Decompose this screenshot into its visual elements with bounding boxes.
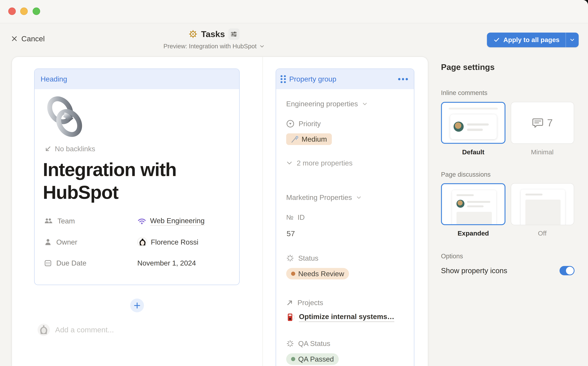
qa-status-value-tag[interactable]: QA Passed	[286, 353, 339, 365]
inline-comments-option-minimal[interactable]: 7	[511, 102, 574, 144]
owner-avatar	[137, 237, 147, 247]
due-date-value: November 1, 2024	[137, 259, 196, 267]
options-label: Options	[441, 252, 463, 260]
owner-value: Florence Rossi	[151, 238, 198, 246]
status-value-tag[interactable]: Needs Review	[286, 268, 349, 280]
commenter-avatar	[38, 324, 50, 336]
projects-property-row: Projects	[286, 298, 323, 307]
avatar	[454, 122, 464, 132]
page-title: Integration with HubSpot	[43, 158, 219, 204]
discussions-expanded-label: Expanded	[441, 229, 505, 237]
discussions-off-label: Off	[510, 229, 574, 237]
close-window-button[interactable]	[8, 8, 16, 15]
due-date-label: Due Date	[56, 259, 86, 267]
block-menu-button[interactable]	[398, 69, 408, 89]
status-spinner-icon	[286, 254, 294, 262]
avatar	[456, 200, 464, 207]
priority-label: Priority	[298, 120, 321, 128]
property-group-header[interactable]: Property group	[276, 69, 414, 89]
numero-icon: №	[286, 214, 293, 221]
priority-property-row: Priority	[286, 120, 321, 128]
owner-label: Owner	[56, 238, 77, 246]
chevron-down-icon	[362, 101, 368, 107]
priority-value-tag[interactable]: Medium	[286, 133, 332, 145]
chevron-down-icon	[356, 195, 362, 200]
priority-select-icon	[286, 120, 294, 128]
heading-block-label: Heading	[40, 75, 67, 83]
status-value: Needs Review	[298, 270, 344, 278]
qa-status-label: QA Status	[298, 339, 330, 348]
owner-value-person[interactable]: Florence Rossi	[137, 237, 198, 247]
engineering-section-toggle[interactable]: Engineering properties	[286, 100, 368, 108]
backlinks-label: No backlinks	[55, 145, 95, 153]
doc-title: Tasks	[201, 29, 225, 39]
status-property-row: Status	[286, 254, 318, 262]
id-label: ID	[298, 213, 305, 221]
more-properties-toggle[interactable]: 2 more properties	[286, 159, 353, 167]
backlinks-indicator[interactable]: No backlinks	[44, 145, 95, 153]
arrow-down-left-icon	[44, 145, 52, 152]
team-icon	[44, 218, 53, 224]
show-property-icons-row: Show property icons	[441, 266, 574, 275]
page-icon-chain-links	[44, 95, 86, 137]
status-dot	[291, 272, 295, 276]
add-comment-placeholder: Add a comment...	[55, 326, 114, 334]
preview-selector[interactable]: Preview: Integration with HubSpot	[0, 43, 428, 50]
inline-default-label: Default	[441, 148, 505, 156]
id-property-row: № ID	[286, 213, 305, 221]
property-group-label: Property group	[289, 75, 337, 83]
fuel-pump-icon	[287, 313, 295, 322]
person-icon	[44, 238, 52, 246]
minimize-window-button[interactable]	[20, 8, 28, 15]
team-value: Web Engineering	[150, 217, 204, 225]
drag-handle-icon[interactable]	[281, 75, 286, 83]
qa-status-value: QA Passed	[298, 355, 334, 363]
add-comment-row[interactable]: Add a comment...	[38, 324, 114, 336]
inline-comments-label: Inline comments	[441, 89, 487, 97]
arrow-up-right-icon	[286, 299, 293, 306]
preview-label: Preview: Integration with HubSpot	[163, 43, 257, 50]
window: Cancel Tasks Pre	[0, 0, 588, 366]
qa-status-dot	[291, 357, 295, 361]
project-link[interactable]: Optimize internal systems…	[287, 313, 394, 322]
page-settings-panel: Page settings Inline comments Default 7 …	[441, 0, 574, 366]
page-settings-title: Page settings	[441, 62, 494, 72]
priority-value: Medium	[301, 135, 327, 143]
id-value: 57	[287, 229, 295, 238]
qa-status-property-row: QA Status	[286, 339, 330, 348]
property-group-block[interactable]: Property group Engineering properties Pr…	[276, 69, 414, 366]
ship-wheel-icon	[188, 29, 198, 39]
page-preview-panel: Heading No	[12, 57, 428, 366]
chevron-down-icon	[286, 160, 293, 166]
projects-label: Projects	[298, 298, 323, 307]
calendar-icon	[44, 259, 52, 267]
team-property-row: Team Web Engineering	[44, 215, 205, 227]
team-value-link[interactable]: Web Engineering	[137, 217, 204, 225]
page-discussions-label: Page discussions	[441, 171, 491, 178]
inline-minimal-label: Minimal	[510, 148, 574, 156]
zoom-window-button[interactable]	[33, 8, 40, 15]
add-block-button[interactable]	[130, 298, 144, 313]
heading-block[interactable]: Heading No	[34, 69, 240, 285]
status-label: Status	[298, 254, 318, 262]
due-date-property-row: Due Date November 1, 2024	[44, 257, 196, 269]
inline-comments-option-default[interactable]	[441, 102, 505, 144]
more-properties-label: 2 more properties	[297, 159, 353, 167]
page-discussions-option-off[interactable]	[511, 183, 574, 225]
doc-title-area: Tasks	[0, 29, 428, 40]
marketing-section-label: Marketing Properties	[286, 193, 352, 202]
view-options-button[interactable]	[228, 29, 239, 40]
heading-block-header[interactable]: Heading	[35, 69, 239, 89]
plus-icon	[133, 302, 141, 309]
wifi-icon	[137, 217, 146, 225]
status-spinner-icon	[286, 340, 294, 348]
chevron-down-icon	[259, 44, 265, 49]
show-property-icons-toggle[interactable]	[559, 266, 574, 275]
team-label: Team	[57, 217, 75, 225]
show-property-icons-label: Show property icons	[441, 267, 507, 275]
comment-bubble-icon	[532, 118, 543, 128]
needle-icon	[291, 136, 298, 143]
page-discussions-option-expanded[interactable]	[441, 183, 505, 225]
engineering-section-label: Engineering properties	[286, 100, 358, 108]
marketing-section-toggle[interactable]: Marketing Properties	[286, 193, 362, 202]
